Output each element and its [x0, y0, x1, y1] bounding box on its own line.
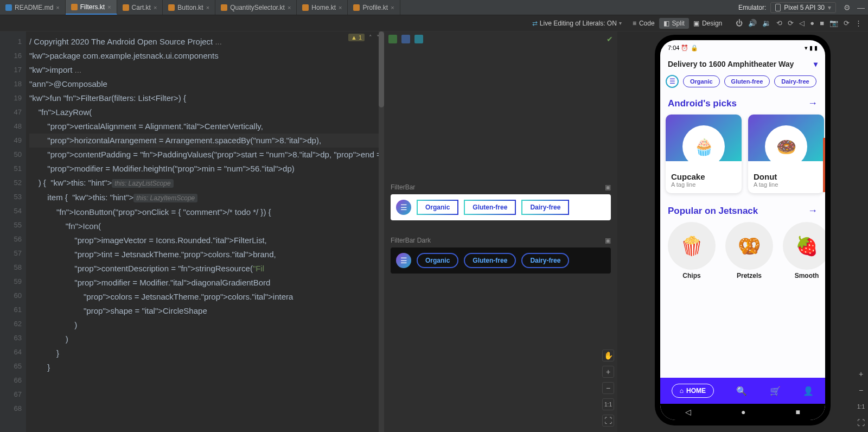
view-design-button[interactable]: ▣Design	[689, 18, 726, 29]
close-icon[interactable]: ×	[339, 4, 342, 11]
zoom-fit-icon[interactable]: ⛶	[855, 417, 867, 429]
view-code-button[interactable]: ≡Code	[628, 18, 659, 29]
chip-dairyfree[interactable]: Dairy-free	[774, 75, 816, 87]
editor-scrollbar[interactable]	[379, 31, 384, 432]
zoom-in-icon[interactable]: +	[855, 368, 867, 380]
view-split-button[interactable]: ◧Split	[659, 18, 689, 29]
sys-home-icon[interactable]: ●	[741, 408, 745, 416]
power-icon[interactable]: ⏻	[733, 19, 745, 27]
kotlin-file-icon	[221, 4, 227, 11]
tab-readme[interactable]: README.md×	[0, 0, 66, 15]
kotlin-file-icon	[302, 4, 309, 11]
close-icon[interactable]: ×	[154, 4, 157, 11]
deploy-preview-icon[interactable]: ▣	[605, 183, 611, 191]
chip-organic[interactable]: Organic	[683, 75, 720, 87]
tab-filters[interactable]: Filters.kt×	[66, 0, 117, 15]
scroll-indicator	[823, 138, 825, 192]
settings-icon[interactable]: ⚙	[840, 3, 854, 12]
close-icon[interactable]: ×	[107, 4, 111, 10]
chip-organic[interactable]: Organic	[417, 200, 458, 215]
sys-back-icon[interactable]: ◁	[685, 408, 691, 416]
close-icon[interactable]: ×	[206, 4, 209, 11]
nav-profile-icon[interactable]: 👤	[803, 386, 814, 396]
screenshot-icon[interactable]: 📷	[827, 19, 841, 27]
tab-cart[interactable]: Cart.kt×	[117, 0, 163, 15]
zoom-fit-icon[interactable]: ⛶	[602, 415, 614, 427]
preview-ok-icon: ✔	[607, 35, 613, 43]
interactive-preview-icon[interactable]	[401, 35, 410, 43]
snack-circle-pretzels[interactable]: 🥨Pretzels	[725, 222, 773, 279]
sys-overview-icon[interactable]: ■	[796, 408, 800, 416]
device-screen[interactable]: 7:04 ⏰ 🔒 ▾▮▮ Delivery to 1600 Amphitheat…	[660, 40, 825, 420]
rotate-left-icon[interactable]: ⟲	[774, 19, 785, 27]
zoom-in-icon[interactable]: +	[602, 366, 614, 378]
code-editor[interactable]: 1161718194748495051525354555657585960616…	[0, 31, 384, 432]
nav-cart-icon[interactable]: 🛒	[770, 386, 781, 396]
reload-icon[interactable]: ⟳	[841, 19, 852, 27]
chip-dairyfree[interactable]: Dairy-free	[521, 200, 569, 215]
code-area[interactable]: / Copyright 2020 The Android Open Source…	[26, 31, 384, 432]
zoom-reset-icon[interactable]: 1:1	[855, 401, 867, 412]
close-icon[interactable]: ×	[391, 4, 394, 11]
delivery-header[interactable]: Delivery to 1600 Amphitheater Way▾	[660, 55, 825, 73]
chip-glutenfree[interactable]: Gluten-free	[724, 75, 770, 87]
animation-preview-icon[interactable]	[414, 35, 423, 43]
pan-icon[interactable]: ✋	[602, 350, 614, 361]
filter-list-icon[interactable]: ☰	[666, 75, 679, 88]
snack-circle-smooth[interactable]: 🍓Smooth	[783, 222, 825, 279]
status-bar: 7:04 ⏰ 🔒 ▾▮▮	[660, 40, 825, 55]
tab-profile[interactable]: Profile.kt×	[348, 0, 400, 15]
rotate-right-icon[interactable]: ⟳	[785, 19, 796, 27]
zoom-reset-icon[interactable]: 1:1	[602, 398, 614, 410]
close-icon[interactable]: ×	[288, 4, 291, 11]
minimize-icon[interactable]: —	[854, 3, 868, 12]
chip-glutenfree[interactable]: Gluten-free	[464, 253, 516, 268]
snack-image: 🍩	[765, 125, 807, 168]
section-androids-picks: Android's picks	[668, 98, 737, 109]
section-popular: Popular on Jetsnack	[668, 206, 758, 217]
phone-icon	[775, 4, 781, 11]
filter-list-icon[interactable]: ☰	[396, 200, 411, 215]
preview-filterbar-dark: ☰ Organic Gluten-free Dairy-free	[391, 247, 611, 274]
snack-card-cupcake[interactable]: 🧁 CupcakeA tag line	[666, 115, 742, 193]
refresh-preview-icon[interactable]	[388, 35, 397, 43]
zoom-out-icon[interactable]: −	[602, 382, 614, 394]
tab-button[interactable]: Button.kt×	[163, 0, 215, 15]
volume-up-icon[interactable]: 🔊	[745, 19, 760, 27]
home-icon: ⌂	[680, 387, 684, 395]
line-gutter: 1161718194748495051525354555657585960616…	[0, 31, 26, 432]
nav-search-icon[interactable]: 🔍	[736, 386, 747, 396]
emulator-label: Emulator:	[734, 4, 770, 11]
more-icon[interactable]: ⋮	[852, 19, 865, 27]
zoom-out-icon[interactable]: −	[855, 384, 867, 396]
volume-down-icon[interactable]: 🔉	[760, 19, 774, 27]
snack-circle-chips[interactable]: 🍿Chips	[668, 222, 716, 279]
view-toolbar: ⇄Live Editing of Literals: ON▾ ≡Code ◧Sp…	[0, 15, 868, 31]
kotlin-file-icon	[353, 4, 360, 11]
live-editing-toggle[interactable]: ⇄Live Editing of Literals: ON▾	[532, 20, 622, 27]
close-icon[interactable]: ×	[56, 4, 59, 11]
nav-home-button[interactable]: ⌂HOME	[672, 384, 714, 398]
chip-glutenfree[interactable]: Gluten-free	[464, 200, 516, 215]
device-frame: 7:04 ⏰ 🔒 ▾▮▮ Delivery to 1600 Amphitheat…	[655, 35, 831, 425]
wifi-icon: ▾	[805, 45, 808, 52]
phone-filter-row: ☰ Organic Gluten-free Dairy-free	[660, 73, 825, 93]
filter-list-icon[interactable]: ☰	[396, 253, 411, 268]
warning-badge[interactable]: ▲ 1	[348, 34, 365, 41]
arrow-right-icon[interactable]: →	[808, 98, 818, 109]
snack-card-donut[interactable]: 🍩 DonutA tag line	[748, 115, 824, 193]
tab-home[interactable]: Home.kt×	[297, 0, 348, 15]
tab-quantity[interactable]: QuantitySelector.kt×	[215, 0, 297, 15]
emulator-device-select[interactable]: Pixel 5 API 30▾	[770, 2, 836, 13]
chip-organic[interactable]: Organic	[417, 253, 458, 268]
kotlin-file-icon	[123, 4, 129, 11]
emulator-pane: 7:04 ⏰ 🔒 ▾▮▮ Delivery to 1600 Amphitheat…	[617, 31, 868, 432]
compose-preview-pane: ✔ FilterBar▣ ☰ Organic Gluten-free Dairy…	[384, 31, 617, 432]
home-icon[interactable]: ●	[807, 19, 817, 27]
chip-dairyfree[interactable]: Dairy-free	[521, 253, 569, 268]
overview-icon[interactable]: ■	[817, 19, 827, 27]
arrow-right-icon[interactable]: →	[808, 205, 818, 217]
prev-highlight-icon[interactable]: ˄	[369, 34, 372, 41]
deploy-preview-icon[interactable]: ▣	[605, 237, 611, 244]
back-icon[interactable]: ◁	[796, 19, 807, 27]
